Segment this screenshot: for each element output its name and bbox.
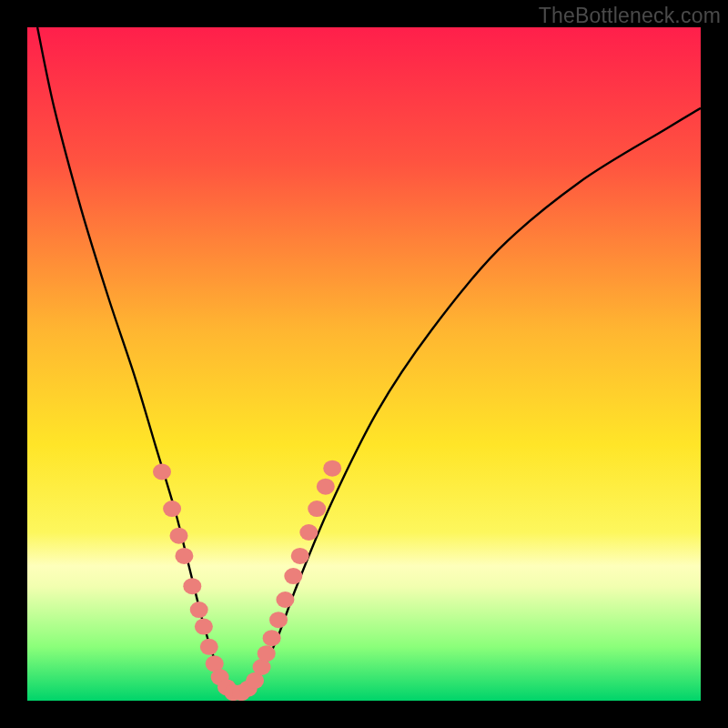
plot-area [27,27,701,701]
chart-frame: TheBottleneck.com [0,0,728,728]
watermark-text: TheBottleneck.com [539,4,721,28]
svg-rect-0 [27,27,701,701]
background-gradient [27,27,701,701]
